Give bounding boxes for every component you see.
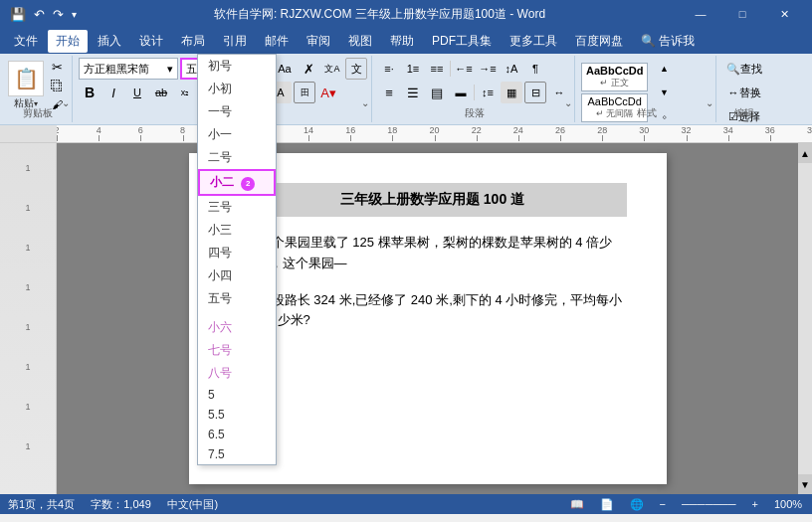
menu-view[interactable]: 视图 [340,30,380,53]
word-count: 字数：1,049 [91,497,151,512]
border-button[interactable]: 田 [294,82,315,103]
numbering-button[interactable]: 1≡ [402,58,424,80]
fontsize-item-15[interactable]: 5 [198,385,276,405]
para-border-button[interactable]: ⊟ [524,82,546,103]
show-marks-button[interactable]: ¶ [524,58,546,80]
font-color2-button[interactable]: A▾ [317,82,339,103]
save-icon[interactable]: 💾 [8,5,28,24]
italic-button[interactable]: I [102,82,124,103]
clear-format-button[interactable]: ✗ [298,58,319,80]
fontsize-item-6[interactable]: 三号 [198,196,276,219]
vertical-scrollbar[interactable]: ▲ ▼ [798,143,812,494]
menu-mail[interactable]: 邮件 [257,30,297,53]
para-shading-button[interactable]: ▦ [501,82,522,103]
menu-insert[interactable]: 插入 [90,30,129,53]
font-size-dropdown[interactable]: 初号 小初 一号 小一 二号 小二 2 三号 小三 四号 小四 五号 小六 七号… [197,54,277,465]
ruler-label-16: 16 [345,125,355,135]
char-border-button[interactable]: 文 [345,58,367,80]
align-left-button[interactable]: ≡ [378,82,400,103]
menu-help[interactable]: 帮助 [382,30,422,53]
fontsize-item-5[interactable]: 小二 2 [198,169,276,196]
fontsize-item-0[interactable]: 初号 [198,55,276,78]
menu-pdf[interactable]: PDF工具集 [424,30,500,53]
zoom-in-button[interactable]: + [752,498,758,510]
increase-indent-button[interactable]: →≡ [477,58,499,80]
language: 中文(中国) [167,497,218,512]
redo-icon[interactable]: ↷ [51,5,66,24]
fontsize-item-4[interactable]: 二号 [198,146,276,169]
ribbon-group-styles: AaBbCcDd ↵ 正文 AaBbCcDd ↵ 无间隔 ▲ ▼ ⬦ 样式 ⌄ [577,56,716,122]
ruler-label-14: 14 [304,125,313,135]
line-spacing-button[interactable]: ↕≡ [477,82,499,103]
style-normal[interactable]: AaBbCcDd ↵ 正文 [581,63,648,91]
menu-more-tools[interactable]: 更多工具 [502,30,565,53]
view-read-button[interactable]: 📖 [570,498,584,511]
bullets-button[interactable]: ≡· [378,58,400,80]
minimize-button[interactable]: — [681,4,720,24]
fontsize-item-13[interactable]: 七号 [198,339,276,362]
replace-button[interactable]: ↔替换 [722,82,766,103]
ruler-label-30: 30 [639,125,649,135]
view-web-button[interactable]: 🌐 [630,498,644,511]
decrease-indent-button[interactable]: ←≡ [453,58,475,80]
main-area: 1 1 1 1 1 1 1 1 三年级上册数学应用题 100 道 1、一个果园里… [0,143,812,494]
fontsize-item-14[interactable]: 八号 [198,362,276,385]
styles-scroll-up[interactable]: ▲ [653,58,675,80]
bold-button[interactable]: B [79,82,101,103]
ruler-label-24: 24 [513,125,523,135]
fontsize-item-3[interactable]: 小一 [198,123,276,146]
fontsize-item-18[interactable]: 7.5 [198,444,276,464]
font-expand-button[interactable]: ⌄ [361,97,369,108]
paragraph-expand-button[interactable]: ⌄ [564,97,572,108]
styles-expand-button[interactable]: ⌄ [706,97,713,108]
menu-baidu-pan[interactable]: 百度网盘 [567,30,631,53]
ribbon-group-edit: 🔍查找 ↔替换 ☑选择 编辑 [718,56,770,122]
change-case-button[interactable]: Aa [274,58,296,80]
undo-icon[interactable]: ↶ [32,5,47,24]
font-name-selector[interactable]: 方正粗黑宋简 ▾ [79,58,178,80]
menu-design[interactable]: 设计 [131,30,171,53]
paste-button[interactable]: 📋 粘贴▾ [8,61,44,110]
multilevel-list-button[interactable]: ≡≡ [426,58,448,80]
fontsize-item-7[interactable]: 小三 [198,219,276,242]
cut-button[interactable]: ✂ [46,58,68,76]
styles-scroll-down[interactable]: ▼ [653,82,675,103]
fontsize-item-1[interactable]: 小初 [198,78,276,100]
fontsize-item-8[interactable]: 四号 [198,242,276,264]
zoom-out-button[interactable]: − [660,498,666,510]
underline-button[interactable]: U [126,82,148,103]
vertical-ruler: 1 1 1 1 1 1 1 1 [0,143,57,494]
menu-home[interactable]: 开始 [48,30,88,53]
styles-group-label: 样式 [577,106,715,120]
zoom-slider[interactable]: ─────── [682,498,736,510]
menu-review[interactable]: 审阅 [299,30,338,53]
close-button[interactable]: ✕ [764,4,804,24]
phonetic-button[interactable]: 文A [321,58,343,80]
menu-tell-me[interactable]: 🔍 告诉我 [633,30,703,53]
customize-icon[interactable]: ▾ [70,7,79,22]
fontsize-item-16[interactable]: 5.5 [198,405,276,425]
menu-layout[interactable]: 布局 [173,30,213,53]
ruler-left-margin [0,125,57,143]
justify-button[interactable]: ▬ [450,82,472,103]
align-center-button[interactable]: ☰ [402,82,424,103]
strikethrough-button[interactable]: ab [150,82,172,103]
sort-button[interactable]: ↕A [501,58,522,80]
find-button[interactable]: 🔍查找 [722,58,766,80]
clipboard-expand-button[interactable]: ⌄ [62,97,70,108]
maximize-button[interactable]: □ [722,4,762,24]
view-print-button[interactable]: 📄 [600,498,614,511]
align-right-button[interactable]: ▤ [426,82,448,103]
fontsize-item-10[interactable]: 五号 [198,287,276,310]
subscript-button[interactable]: x₂ [174,82,196,103]
menu-references[interactable]: 引用 [215,30,255,53]
scroll-up-button[interactable]: ▲ [798,143,812,163]
fontsize-item-9[interactable]: 小四 [198,264,276,287]
scroll-down-button[interactable]: ▼ [798,474,812,494]
fontsize-item-12[interactable]: 小六 [198,316,276,339]
document-content[interactable]: 1、一个果园里载了 125 棵苹果树，梨树的棵数是苹果树的 4 倍少 20 棵，… [239,233,627,331]
fontsize-item-17[interactable]: 6.5 [198,425,276,444]
copy-button[interactable]: ⿻ [46,77,68,94]
menu-file[interactable]: 文件 [6,30,46,53]
fontsize-item-2[interactable]: 一号 [198,100,276,123]
